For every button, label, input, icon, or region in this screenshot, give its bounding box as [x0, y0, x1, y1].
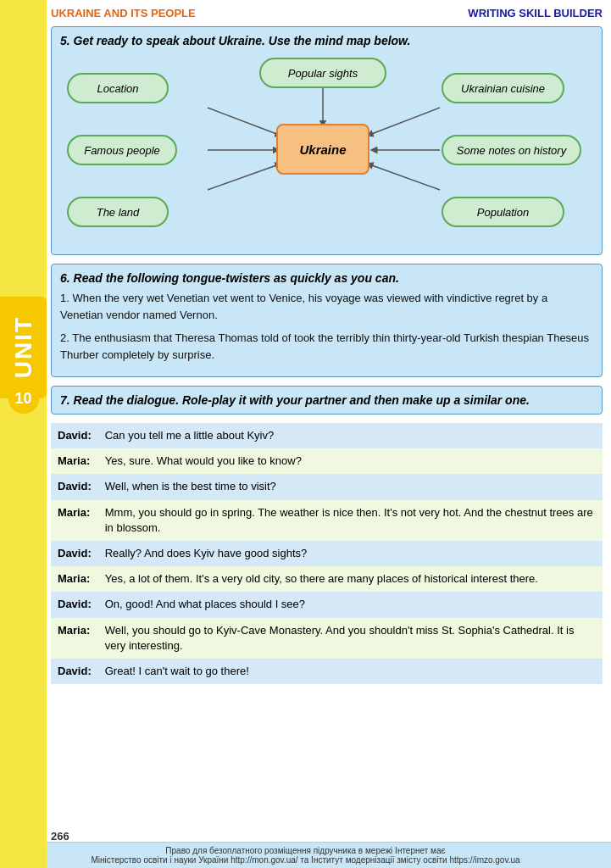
node-popular-sights: Popular sights: [259, 58, 386, 88]
dialogue-text: Well, you should go to Kyiv-Cave Monaste…: [98, 618, 603, 659]
dialogue-row: Maria:Yes, sure. What would you like to …: [51, 448, 603, 474]
node-ukraine: Ukraine: [276, 124, 369, 175]
svg-line-5: [208, 164, 279, 190]
speaker-label: Maria:: [51, 500, 98, 541]
tongue-twister-2: 2. The enthusiasm that Theresa Thomas to…: [60, 330, 593, 363]
dialogue-row: David:Really? And does Kyiv have good si…: [51, 541, 603, 566]
dialogue-row: David:Great! I can't wait to go there!: [51, 659, 603, 684]
dialogue-row: Maria:Yes, a lot of them. It's a very ol…: [51, 566, 603, 592]
dialogue-text: Can you tell me a little about Kyiv?: [98, 423, 603, 448]
dialogue-row: Maria:Mmm, you should go in spring. The …: [51, 500, 603, 541]
section5-box: 5. Get ready to speak about Ukraine. Use…: [51, 26, 603, 255]
speaker-label: David:: [51, 659, 98, 684]
unit-number: 10: [8, 383, 39, 414]
node-some-notes: Some notes on history: [442, 135, 581, 165]
legal-footer: Право для безоплатного розміщення підруч…: [0, 842, 611, 868]
dialogue-text: On, good! And what places should I see?: [98, 592, 603, 617]
speaker-label: Maria:: [51, 448, 98, 474]
dialogue-text: Really? And does Kyiv have good sights?: [98, 541, 603, 566]
page-header: UKRAINE AND ITS PEOPLE WRITING SKILL BUI…: [51, 7, 603, 19]
legal-line2: Міністерство освіти і науки України http…: [7, 855, 604, 865]
legal-line1: Право для безоплатного розміщення підруч…: [7, 846, 604, 855]
page-number: 266: [51, 830, 69, 843]
section5-title: 5. Get ready to speak about Ukraine. Use…: [60, 34, 593, 47]
dialogue-text: Yes, sure. What would you like to know?: [98, 448, 603, 474]
dialogue-text: Mmm, you should go in spring. The weathe…: [98, 500, 603, 541]
tongue-twister-1: 1. When the very wet Venetian vet went t…: [60, 290, 593, 323]
dialogue-table: David:Can you tell me a little about Kyi…: [51, 423, 603, 684]
svg-line-0: [208, 108, 279, 135]
header-right: WRITING SKILL BUILDER: [468, 7, 603, 19]
section6-box: 6. Read the following tongue-twisters as…: [51, 264, 603, 377]
node-the-land: The land: [67, 197, 169, 227]
node-ukrainian-cuisine: Ukrainian cuisine: [442, 73, 564, 103]
section7-box: 7. Read the dialogue. Role-play it with …: [51, 386, 603, 415]
section7-title: 7. Read the dialogue. Role-play it with …: [60, 393, 593, 407]
node-famous-people: Famous people: [67, 135, 177, 165]
dialogue-text: Great! I can't wait to go there!: [98, 659, 603, 684]
section6-title: 6. Read the following tongue-twisters as…: [60, 271, 593, 285]
node-population: Population: [442, 197, 564, 227]
speaker-label: David:: [51, 592, 98, 617]
svg-line-2: [369, 108, 440, 135]
speaker-label: David:: [51, 474, 98, 499]
section6-items: 1. When the very wet Venetian vet went t…: [60, 290, 593, 363]
mind-map: Location Popular sights Ukrainian cuisin…: [60, 54, 593, 241]
dialogue-text: Yes, a lot of them. It's a very old city…: [98, 566, 603, 592]
speaker-label: Maria:: [51, 566, 98, 592]
speaker-label: Maria:: [51, 618, 98, 659]
yellow-sidebar: [0, 0, 47, 868]
dialogue-row: David:Can you tell me a little about Kyi…: [51, 423, 603, 448]
dialogue-row: David:On, good! And what places should I…: [51, 592, 603, 617]
unit-label: UNIT 10: [0, 297, 47, 398]
node-location: Location: [67, 73, 169, 103]
dialogue-row: David:Well, when is the best time to vis…: [51, 474, 603, 499]
speaker-label: David:: [51, 541, 98, 566]
unit-text: UNIT: [10, 316, 37, 378]
speaker-label: David:: [51, 423, 98, 448]
header-left: UKRAINE AND ITS PEOPLE: [51, 7, 196, 19]
dialogue-text: Well, when is the best time to visit?: [98, 474, 603, 499]
dialogue-row: Maria:Well, you should go to Kyiv-Cave M…: [51, 618, 603, 659]
svg-line-6: [369, 164, 440, 190]
